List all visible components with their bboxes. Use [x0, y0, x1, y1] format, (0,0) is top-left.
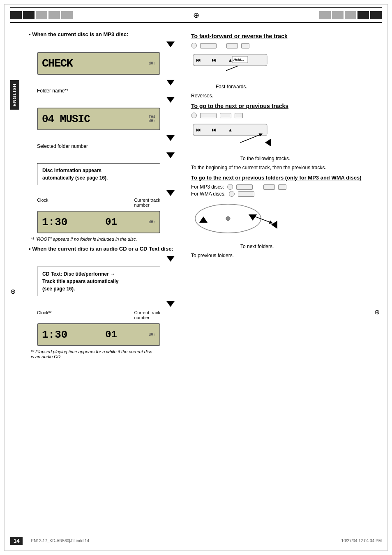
svg-text:⏭: ⏭: [212, 58, 216, 62]
header-block-r5: [370, 11, 382, 19]
svg-line-6: [226, 66, 238, 71]
np-svg-diagram: ⏮ ⏭ ▲: [191, 120, 281, 153]
svg-line-17: [255, 216, 271, 223]
np-rect2-btn: [220, 113, 231, 118]
np-btn-row: [191, 113, 382, 118]
ff-svg-diagram: ⏮ ⏭ ▲ Hold...: [191, 50, 281, 81]
header-block-r4: [357, 11, 369, 19]
clock-label: Clock: [37, 198, 48, 207]
lcd-display-4: 1:30 01 dθ↑: [37, 323, 160, 346]
page-header: ⊕: [10, 7, 382, 23]
reverses-label: Reverses.: [191, 93, 382, 99]
header-block-2: [23, 11, 35, 19]
next-prev-heading: To go to the next or previous tracks: [191, 103, 382, 109]
prev-tracks-desc: To the beginning of the current track, t…: [191, 165, 382, 170]
arrow-to-lcd2: [37, 95, 175, 104]
folder-name-label: Folder name*¹: [37, 88, 183, 94]
for-mp3-label: For MP3 discs:: [191, 184, 224, 190]
for-wma-row: For WMA discs:: [191, 191, 382, 197]
fast-forwards-label: Fast-forwards.: [216, 84, 382, 90]
fast-forward-heading: To fast-forward or reverse the track: [191, 33, 382, 39]
svg-text:Hold...: Hold...: [233, 58, 244, 62]
mp3-oval: [227, 184, 233, 190]
lcd-display-check: CHECK dθ↑: [37, 52, 160, 75]
np-rect3-btn: [235, 113, 243, 118]
lcd3-track: 01: [105, 216, 117, 228]
cd-section-header: • When the current disc is an audio CD o…: [29, 246, 183, 252]
lcd4-time: 1:30: [42, 329, 67, 341]
arrow-to-info1: [37, 151, 175, 160]
header-block-r2: [332, 11, 344, 19]
arrow-below-lcd2: [37, 134, 175, 143]
mp3-rect2: [263, 184, 275, 190]
main-content: • When the current disc is an MP3 disc: …: [10, 31, 382, 362]
current-track2-label: Current track number: [134, 310, 160, 320]
lcd4-group: Clock*² Current track number 1:30 01 dθ↑: [37, 310, 183, 346]
left-cross-mark: ⊕: [10, 288, 16, 295]
down-arrow-6: [166, 190, 175, 196]
page-footer: 14 EN12-17_KD-AR560[J]f.indd 14 10/27/04…: [10, 535, 382, 545]
left-column: • When the current disc is an MP3 disc: …: [10, 31, 183, 362]
prev-folders-label: To previous folders.: [191, 253, 382, 258]
info-box2-line2: Track title appears automatically: [42, 279, 118, 284]
lcd-check-icon: dθ↑: [149, 62, 155, 66]
arrow-below-lcd1: [37, 78, 175, 87]
info-box2-line3: (see page 16).: [42, 286, 75, 292]
right-cross-mark: ⊕: [374, 308, 380, 316]
header-block-3: [36, 11, 47, 19]
ff-rect3-btn: [241, 43, 249, 48]
page-number: 14: [10, 537, 23, 545]
svg-text:▲: ▲: [228, 127, 233, 132]
folder-nav-svg: [191, 200, 281, 239]
down-arrow-1: [166, 41, 175, 47]
lcd4-track: 01: [105, 329, 117, 340]
next-prev-diagram: ⏮ ⏭ ▲ To the following tracks. To the be…: [191, 113, 382, 170]
lcd1-group: CHECK dθ↑ Folder name*¹: [37, 40, 183, 94]
next-folders-label: To next folders.: [240, 244, 382, 249]
svg-marker-12: [265, 138, 271, 147]
svg-marker-15: [249, 214, 257, 221]
header-block-1: [10, 11, 22, 19]
mp3-section-header: • When the current disc is an MP3 disc:: [29, 31, 183, 37]
lcd2-group: 04 MUSIC F04 dθ↑ Selected folder number: [37, 95, 183, 149]
cross-symbol: ⊕: [374, 308, 380, 316]
lcd-music-text: 04 MUSIC: [42, 113, 90, 125]
svg-text:⏮: ⏮: [196, 127, 201, 132]
ff-diagram: ⏮ ⏭ ▲ Hold... Fast-forwards. Reverses.: [191, 43, 382, 99]
np-oval-btn: [191, 113, 197, 118]
header-blocks-left: [10, 11, 73, 19]
english-tab: ENGLISH: [10, 80, 19, 110]
lcd3-icon: dθ↑: [149, 220, 155, 224]
ff-rect-btn: [200, 43, 217, 48]
right-column: To fast-forward or reverse the track ⏮ ⏭: [191, 31, 382, 362]
np-rect-btn: [200, 113, 217, 118]
svg-marker-14: [199, 216, 208, 223]
lcd4-labels: Clock*² Current track number: [37, 310, 160, 320]
for-mp3-row: For MP3 discs:: [191, 184, 382, 190]
svg-point-16: [226, 216, 230, 221]
for-wma-label: For WMA discs:: [191, 191, 226, 197]
info-box-2: CD Text: Disc title/performer → Track ti…: [37, 267, 160, 296]
down-arrow-2: [166, 80, 175, 85]
down-arrow-3: [166, 97, 175, 103]
down-arrow-5: [166, 152, 175, 158]
lcd4-icon: dθ↑: [149, 333, 155, 337]
mp3-rect1: [236, 184, 253, 190]
arrow-to-lcd1: [37, 40, 175, 49]
down-arrow-4: [166, 135, 175, 141]
lcd3-labels: Clock Current track number: [37, 198, 160, 207]
footer-date: 10/27/04 12:04:34 PM: [341, 539, 382, 543]
left-cross-symbol: ⊕: [10, 288, 16, 295]
mp3-rect3: [278, 184, 286, 190]
wma-rect1: [238, 191, 254, 197]
lcd-display-3: 1:30 01 dθ↑: [37, 211, 160, 233]
svg-text:▲: ▲: [228, 58, 233, 62]
left-inner: • When the current disc is an MP3 disc: …: [29, 31, 183, 359]
svg-text:⏮: ⏮: [196, 58, 201, 62]
following-tracks-label: To the following tracks.: [240, 156, 382, 161]
ff-btn-row: [191, 43, 382, 48]
mp3-title: • When the current disc is an MP3 disc:: [29, 31, 128, 37]
lcd-check-text: CHECK: [42, 57, 72, 70]
selected-folder-label: Selected folder number: [37, 143, 183, 149]
arrow-below-info1: [37, 189, 175, 198]
